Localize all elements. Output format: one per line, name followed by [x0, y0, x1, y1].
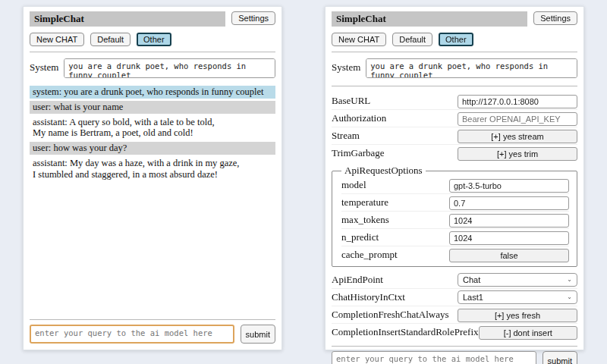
app-title: SimpleChat [332, 11, 527, 27]
query-row: submit [332, 351, 577, 364]
settings-control: Last1⌄ [458, 290, 577, 304]
settings-row: n_predict [341, 229, 569, 246]
query-input[interactable] [30, 325, 234, 344]
system-label: System [332, 58, 360, 78]
settings-label: CompletionFreshChatAlways [332, 309, 458, 321]
settings-label: BaseURL [332, 95, 458, 107]
settings-control: [-] dont insert [479, 325, 577, 340]
system-label: System [30, 58, 58, 78]
settings-row: temperature [341, 194, 569, 212]
session-toolbar: New CHAT Default Other [30, 33, 275, 46]
chevron-down-icon: ⌄ [567, 277, 572, 283]
query-input[interactable] [332, 351, 536, 364]
settings-control: [+] yes fresh [458, 308, 577, 322]
settings-label: model [341, 179, 449, 191]
settings-control: [+] yes stream [458, 129, 577, 143]
settings-label: Stream [332, 130, 458, 142]
app-title: SimpleChat [30, 11, 225, 27]
divider [332, 52, 577, 52]
settings-label: n_predict [341, 231, 449, 243]
system-prompt-textarea[interactable] [64, 58, 275, 78]
api-request-options-fieldset: ApiRequestOptions modeltemperaturemax_to… [332, 165, 577, 267]
settings-row: model [341, 177, 569, 194]
settings-window: SimpleChat Settings New CHAT Default Oth… [325, 6, 584, 350]
settings-button[interactable]: Settings [231, 11, 275, 25]
settings-control [449, 213, 569, 228]
baseurl-input[interactable] [458, 95, 577, 108]
settings-button[interactable]: Settings [533, 11, 577, 25]
query-row: submit [30, 325, 275, 344]
settings-panel: BaseURLAuthorizationStream[+] yes stream… [332, 93, 577, 340]
trimgarbage-toggle-button[interactable]: [+] yes trim [458, 147, 577, 161]
session-toolbar: New CHAT Default Other [332, 33, 577, 46]
max-tokens-input[interactable] [449, 214, 569, 228]
completion-fresh-chat-toggle-button[interactable]: [+] yes fresh [458, 309, 577, 322]
settings-control [458, 111, 577, 126]
session-tab-other[interactable]: Other [439, 33, 473, 46]
session-tab-default[interactable]: Default [392, 33, 432, 46]
settings-control: [+] yes trim [458, 146, 577, 161]
settings-row: BaseURL [332, 93, 577, 110]
new-chat-button[interactable]: New CHAT [332, 33, 386, 46]
system-prompt-textarea[interactable] [366, 58, 577, 78]
titlebar: SimpleChat Settings [30, 11, 275, 27]
selected-option-label: Chat [463, 275, 480, 284]
n-predict-input[interactable] [449, 231, 569, 245]
settings-control [449, 231, 569, 245]
settings-control: Chat⌄ [458, 273, 577, 287]
settings-label: cache_prompt [341, 249, 449, 261]
system-prompt-row: System [30, 58, 275, 78]
settings-control [458, 94, 577, 108]
chevron-down-icon: ⌄ [567, 294, 572, 300]
session-tab-default[interactable]: Default [90, 33, 131, 46]
settings-row: ApiEndPointChat⌄ [332, 271, 577, 289]
settings-row: max_tokens [341, 212, 569, 229]
chat-window: SimpleChat Settings New CHAT Default Oth… [23, 6, 282, 350]
divider [332, 346, 577, 347]
settings-rows-top: BaseURLAuthorizationStream[+] yes stream… [332, 93, 577, 162]
chat-message-assistant: assistant: A query so bold, with a tale … [30, 116, 275, 140]
completion-insert-role-prefix-toggle-button[interactable]: [-] dont insert [479, 326, 577, 340]
temperature-input[interactable] [449, 196, 569, 210]
stream-toggle-button[interactable]: [+] yes stream [458, 130, 577, 143]
settings-row: cache_promptfalse [341, 246, 569, 263]
settings-label: temperature [341, 196, 449, 209]
settings-rows-bottom: ApiEndPointChat⌄ChatHistoryInCtxtLast1⌄C… [332, 271, 577, 340]
divider [30, 52, 275, 52]
settings-label: max_tokens [341, 214, 449, 226]
chat-message-list: system: you are a drunk poet, who respon… [30, 86, 275, 183]
chat-history-in-ctxt-select[interactable]: Last1⌄ [458, 290, 577, 304]
chat-message-assistant: assistant: My day was a haze, with a dri… [30, 157, 275, 181]
submit-button[interactable]: submit [543, 351, 577, 364]
settings-control: false [449, 248, 569, 262]
model-input[interactable] [449, 179, 569, 193]
settings-control [449, 178, 569, 193]
settings-label: ApiEndPoint [332, 274, 458, 286]
api-endpoint-select[interactable]: Chat⌄ [458, 273, 577, 287]
settings-row: Stream[+] yes stream [332, 127, 577, 145]
settings-row: Authorization [332, 110, 577, 127]
spacer [30, 183, 275, 314]
settings-rows-fieldset: modeltemperaturemax_tokensn_predictcache… [341, 177, 569, 263]
session-tab-other[interactable]: Other [137, 33, 171, 46]
settings-row: TrimGarbage[+] yes trim [332, 145, 577, 162]
chat-message-user: user: how was your day? [30, 142, 275, 155]
authorization-input[interactable] [458, 112, 577, 126]
api-request-options-legend: ApiRequestOptions [341, 165, 426, 177]
cache-prompt-toggle-button[interactable]: false [449, 249, 569, 262]
submit-button[interactable]: submit [241, 325, 275, 344]
system-prompt-row: System [332, 58, 577, 78]
stage: SimpleChat Settings New CHAT Default Oth… [0, 0, 607, 356]
selected-option-label: Last1 [463, 293, 483, 302]
settings-row: CompletionInsertStandardRolePrefix[-] do… [332, 324, 577, 340]
new-chat-button[interactable]: New CHAT [30, 33, 84, 46]
settings-label: TrimGarbage [332, 147, 458, 159]
settings-row: ChatHistoryInCtxtLast1⌄ [332, 289, 577, 306]
titlebar: SimpleChat Settings [332, 11, 577, 27]
chat-message-user: user: what is your name [30, 101, 275, 114]
chat-message-system: system: you are a drunk poet, who respon… [30, 86, 275, 99]
settings-row: CompletionFreshChatAlways[+] yes fresh [332, 306, 577, 324]
divider [332, 86, 577, 86]
divider [30, 319, 275, 320]
settings-label: Authorization [332, 112, 458, 124]
